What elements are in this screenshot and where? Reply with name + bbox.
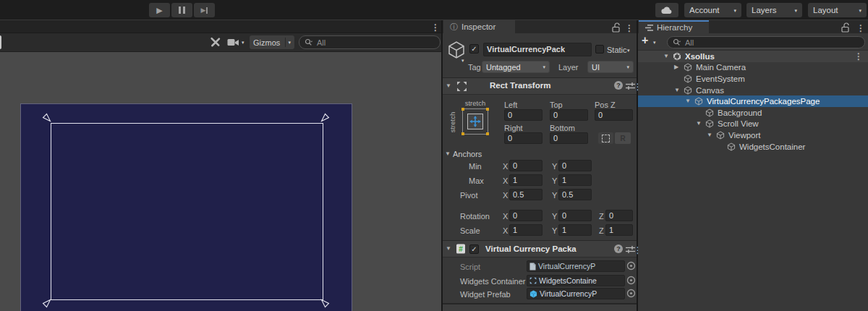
gameobject-name-field[interactable]: VirtualCurrencyPack <box>483 43 592 56</box>
max-x-field[interactable]: 1 <box>509 174 542 186</box>
min-y-field[interactable]: 0 <box>558 160 592 171</box>
anchor-preset-button[interactable] <box>462 108 488 135</box>
scene-camera-icon[interactable] <box>227 38 239 47</box>
hierarchy-row-eventsystem[interactable]: EventSystem <box>638 73 868 85</box>
chevron-down-icon[interactable]: ▾ <box>653 40 656 45</box>
anchor-handle-icon[interactable] <box>41 299 51 309</box>
cloud-button[interactable] <box>655 3 678 17</box>
layout-label: Layout <box>813 6 838 14</box>
step-icon: ▶ <box>201 7 206 14</box>
chevron-down-icon[interactable]: ▾ <box>627 48 630 53</box>
hierarchy-row-xsollus[interactable]: ▼Xsollus⋮ <box>638 51 868 62</box>
tab-inspector[interactable]: ⓘ Inspector <box>443 20 515 33</box>
pivot-x-field[interactable]: 0.5 <box>509 189 542 200</box>
play-button[interactable]: ▶ <box>149 3 170 17</box>
widget-prefab-object-field[interactable]: VirtualCurrencyP <box>527 288 625 299</box>
stretch-horizontal-label: stretch <box>460 99 490 108</box>
hierarchy-search-field[interactable]: All <box>667 36 865 48</box>
anchor-handle-icon[interactable] <box>41 112 51 122</box>
foldout-open-icon[interactable]: ▼ <box>446 83 451 89</box>
foldout-open-icon[interactable]: ▼ <box>445 151 451 157</box>
hierarchy-row-widgetscontainer[interactable]: WidgetsContainer <box>638 141 868 153</box>
anchor-handle-icon[interactable] <box>320 299 331 309</box>
component-enabled-checkbox[interactable]: ✓ <box>469 244 479 254</box>
foldout-open-icon[interactable]: ▼ <box>707 132 716 138</box>
lock-open-icon[interactable] <box>841 22 850 33</box>
inspector-tab-label: Inspector <box>461 22 495 31</box>
top-field[interactable]: 0 <box>550 109 588 121</box>
scale-y-field[interactable]: 1 <box>558 224 592 236</box>
posz-field[interactable]: 0 <box>595 109 633 121</box>
anchor-handle-icon[interactable] <box>320 112 331 122</box>
blueprint-mode-button[interactable] <box>598 132 613 144</box>
unity-scene-icon <box>673 52 685 61</box>
axis-x-label: X <box>503 212 508 221</box>
scale-x-field[interactable]: 1 <box>509 224 542 236</box>
editor-tools-icon[interactable] <box>210 37 221 48</box>
rotation-z-field[interactable]: 0 <box>605 210 633 221</box>
chevron-down-icon: ▾ <box>288 40 291 45</box>
scene-search-field[interactable]: All <box>299 35 441 49</box>
axis-y-label: Y <box>552 212 557 221</box>
object-picker-icon[interactable] <box>626 261 636 270</box>
object-picker-icon[interactable] <box>626 289 636 298</box>
step-button[interactable]: ▶ <box>194 3 215 17</box>
help-icon[interactable]: ? <box>614 81 623 90</box>
scale-z-field[interactable]: 1 <box>605 224 633 236</box>
property-label: Script <box>460 263 480 271</box>
account-dropdown[interactable]: Account ▾ <box>684 3 741 17</box>
object-picker-icon[interactable] <box>626 276 636 285</box>
rotation-y-field[interactable]: 0 <box>558 210 592 221</box>
hierarchy-row-scroll-view[interactable]: ▼Scroll View <box>638 119 868 130</box>
right-field[interactable]: 0 <box>504 132 542 144</box>
hierarchy-row-canvas[interactable]: ▼Canvas <box>638 85 868 96</box>
gameobject-cube-icon[interactable] <box>447 41 466 59</box>
script-object-field[interactable]: VirtualCurrencyP <box>527 260 625 272</box>
foldout-closed-icon[interactable]: ▶ <box>674 64 684 70</box>
chevron-down-icon[interactable]: ▾ <box>461 58 464 63</box>
hierarchy-row-main-camera[interactable]: ▶Main Camera <box>638 62 868 74</box>
add-gameobject-button[interactable]: + <box>642 34 648 47</box>
pause-button[interactable] <box>171 3 192 17</box>
hierarchy-row-virtualcurrencypackagespage[interactable]: ▼VirtualCurrencyPackagesPage <box>638 95 868 107</box>
chevron-down-icon: ▾ <box>794 8 797 13</box>
layer-dropdown[interactable]: UI ▾ <box>587 61 634 73</box>
tag-dropdown[interactable]: Untagged ▾ <box>482 61 550 73</box>
max-y-field[interactable]: 1 <box>558 174 592 186</box>
max-label: Max <box>469 176 484 185</box>
widgets-container-object-field[interactable]: WidgetsContaine <box>527 275 625 286</box>
hierarchy-row-viewport[interactable]: ▼Viewport <box>638 129 868 141</box>
gameobject-icon <box>684 63 696 72</box>
hierarchy-row-background[interactable]: Background <box>638 107 868 119</box>
bottom-field[interactable]: 0 <box>550 132 588 144</box>
pause-icon <box>179 7 181 14</box>
scene-panel-menu-icon[interactable]: ⋮ <box>431 23 438 32</box>
left-field[interactable]: 0 <box>504 109 542 121</box>
gizmos-dropdown[interactable]: Gizmos ▾ <box>250 35 294 49</box>
tab-hierarchy[interactable]: Hierarchy <box>639 22 709 33</box>
layer-value: UI <box>592 63 600 72</box>
chevron-down-icon[interactable]: ▾ <box>242 40 244 45</box>
foldout-open-icon[interactable]: ▼ <box>663 54 673 59</box>
help-icon[interactable]: ? <box>614 244 623 253</box>
foldout-open-icon[interactable]: ▼ <box>674 88 684 93</box>
rotation-x-field[interactable]: 0 <box>509 210 542 221</box>
foldout-open-icon[interactable]: ▼ <box>685 98 694 104</box>
hierarchy-menu-icon[interactable]: ⋮ <box>856 24 864 33</box>
rect-transform-gizmo[interactable] <box>51 123 323 300</box>
layers-dropdown[interactable]: Layers ▾ <box>746 3 802 17</box>
scene-menu-icon[interactable]: ⋮ <box>854 51 863 61</box>
info-icon: ⓘ <box>450 22 458 33</box>
scene-viewport[interactable] <box>0 52 441 311</box>
layout-dropdown[interactable]: Layout ▾ <box>808 3 867 17</box>
pivot-y-field[interactable]: 0.5 <box>558 189 592 200</box>
min-x-field[interactable]: 0 <box>509 160 542 171</box>
foldout-open-icon[interactable]: ▼ <box>446 246 451 252</box>
raw-edit-mode-button[interactable]: R <box>615 132 631 144</box>
foldout-open-icon[interactable]: ▼ <box>696 121 705 127</box>
gameobject-active-checkbox[interactable]: ✓ <box>469 44 479 54</box>
axis-z-label: Z <box>599 212 604 221</box>
inspector-menu-icon[interactable]: ⋮ <box>625 24 632 33</box>
lock-open-icon[interactable] <box>612 22 621 33</box>
static-checkbox[interactable] <box>595 45 604 54</box>
